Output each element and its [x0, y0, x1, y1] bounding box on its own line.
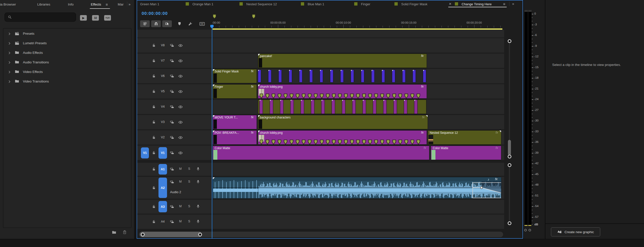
- sequence-tab-finger[interactable]: Finger: [361, 2, 370, 6]
- sequence-tab-nested-sequence-12[interactable]: Nested Sequence 12: [246, 2, 277, 6]
- clip-cut-bar[interactable]: [321, 100, 325, 114]
- horizontal-scroll-handle-left[interactable]: [141, 233, 145, 236]
- sync-lock-icon[interactable]: [170, 167, 174, 171]
- track-target-badge-v1[interactable]: V1: [158, 147, 167, 159]
- track-output-eye-icon[interactable]: [178, 44, 183, 47]
- create-new-graphic-button[interactable]: Create new graphic: [551, 227, 600, 236]
- sync-lock-icon[interactable]: [170, 105, 174, 109]
- clip-cut-bar[interactable]: [404, 100, 407, 114]
- effects-tree-item-video-effects[interactable]: Video Effects: [3, 67, 131, 76]
- timeline-clip-pov-breakfa-[interactable]: POV: BREAKFA...fx: [213, 130, 257, 145]
- track-lock-icon[interactable]: [152, 186, 156, 190]
- timeline-clip-move-your-t-[interactable]: MOVE YOUR T...fx: [213, 115, 257, 129]
- clip-fx-badge[interactable]: fx: [496, 146, 498, 150]
- sync-lock-icon[interactable]: [170, 44, 174, 48]
- clip-cut-bar[interactable]: [270, 100, 273, 114]
- timeline-clip-cut[interactable]: [423, 70, 426, 83]
- clip-fx-badge[interactable]: fx: [251, 85, 254, 88]
- effects-search-input[interactable]: [5, 13, 76, 22]
- timeline-clip-cut[interactable]: [309, 70, 313, 83]
- track-lock-icon[interactable]: [152, 44, 156, 47]
- chevron-right-icon[interactable]: [9, 71, 10, 73]
- solo-button[interactable]: S: [188, 220, 190, 223]
- timeline-clip-cut[interactable]: [268, 70, 271, 83]
- 32bit-badge[interactable]: 32: [92, 15, 99, 21]
- timeline-clip-church-lobby-png[interactable]: church lobby.pngfx: [258, 84, 427, 99]
- voiceover-mic-icon[interactable]: [196, 220, 200, 223]
- clip-fx-badge[interactable]: fx: [251, 131, 254, 134]
- chevron-right-icon[interactable]: [9, 80, 10, 83]
- track-target-badge-a3[interactable]: A3: [158, 201, 167, 212]
- voiceover-mic-icon[interactable]: [196, 204, 200, 208]
- sync-lock-icon[interactable]: [170, 136, 174, 140]
- track-lock-icon[interactable]: [152, 220, 156, 224]
- voiceover-mic-icon[interactable]: [196, 180, 200, 184]
- track-target-badge-a2[interactable]: A2: [158, 178, 167, 198]
- track-lock-icon[interactable]: [152, 90, 156, 93]
- sync-lock-icon[interactable]: [170, 59, 174, 63]
- timeline-clip-color-matte[interactable]: Color Mattefx: [213, 146, 429, 160]
- work-area-bar[interactable]: [213, 28, 502, 30]
- clip-fx-badge[interactable]: fx: [496, 131, 498, 134]
- audio-scroll-handle-bottom[interactable]: [508, 221, 511, 225]
- timeline-clip-sequence-cuts[interactable]: [258, 100, 426, 114]
- meter-channel-dot-right[interactable]: [529, 229, 531, 231]
- timeline-clip-cut[interactable]: [402, 70, 406, 83]
- new-bin-folder-icon[interactable]: [112, 231, 116, 234]
- timeline-clip-cut[interactable]: [320, 70, 323, 83]
- effects-tree-item-audio-transitions[interactable]: Audio Transitions: [3, 58, 131, 67]
- track-lock-icon[interactable]: [152, 74, 156, 78]
- mute-button[interactable]: M: [179, 180, 182, 183]
- chevron-right-icon[interactable]: [9, 32, 10, 35]
- timeline-panel-menu-icon[interactable]: ≡: [503, 2, 505, 6]
- chevron-right-icon[interactable]: [9, 52, 10, 54]
- meter-channel-dot-left[interactable]: [524, 229, 527, 231]
- sequence-tab-blue-man-1[interactable]: Blue Man 1: [308, 2, 324, 6]
- timeline-clip-finger[interactable]: Fingerfx: [213, 84, 257, 99]
- sync-lock-icon[interactable]: [170, 205, 174, 209]
- solo-button[interactable]: S: [188, 204, 190, 208]
- mute-button[interactable]: M: [179, 204, 182, 208]
- timeline-clip-cut[interactable]: [382, 70, 385, 83]
- sync-lock-icon[interactable]: [170, 90, 174, 94]
- clip-cut-bar[interactable]: [414, 100, 418, 114]
- timeline-clip-cut[interactable]: [361, 70, 364, 83]
- track-output-eye-icon[interactable]: [178, 75, 183, 78]
- snap-magnet-button[interactable]: [151, 20, 161, 27]
- timeline-clip-pancake-[interactable]: pancake!fx: [258, 54, 427, 68]
- panel-tab-mar[interactable]: Mar: [118, 3, 124, 6]
- timeline-clip-cut[interactable]: [413, 70, 416, 83]
- clip-fx-badge[interactable]: fx: [421, 131, 424, 134]
- clip-cut-bar[interactable]: [280, 100, 284, 114]
- timeline-clip-solid-finger-mask[interactable]: Solid Finger Maskfx: [213, 69, 257, 83]
- clip-cut-bar[interactable]: [373, 100, 376, 114]
- track-lock-icon[interactable]: [152, 205, 156, 209]
- track-output-eye-icon[interactable]: [178, 136, 183, 139]
- panel-tab-info[interactable]: Info: [68, 3, 74, 6]
- playhead-line[interactable]: [212, 25, 212, 238]
- clip-cut-bar[interactable]: [290, 100, 294, 114]
- clip-cut-bar[interactable]: [311, 100, 314, 114]
- chevron-right-icon[interactable]: [9, 42, 10, 45]
- linked-selection-button[interactable]: [162, 20, 172, 27]
- panel-overflow-chevron-icon[interactable]: »: [129, 2, 131, 6]
- sync-lock-icon[interactable]: [170, 74, 174, 78]
- audio-volume-fade-overlay[interactable]: [213, 177, 501, 198]
- sequence-tab-solid-finger-mask[interactable]: Solid Finger Mask: [401, 2, 427, 6]
- timeline-clip-cut[interactable]: [392, 70, 395, 83]
- timeline-clip-color-matte[interactable]: Color Mattefx: [431, 146, 501, 160]
- sequence-tab-orange-man-1[interactable]: Orange Man 1: [192, 2, 213, 6]
- clip-fx-badge[interactable]: fx: [422, 115, 425, 119]
- clip-cut-bar[interactable]: [332, 100, 335, 114]
- track-output-eye-icon[interactable]: [178, 105, 183, 108]
- panel-tab-libraries[interactable]: Libraries: [37, 3, 50, 6]
- clip-cut-bar[interactable]: [383, 100, 387, 114]
- clip-cut-bar[interactable]: [363, 100, 366, 114]
- add-marker-button[interactable]: [176, 20, 183, 27]
- audio-scroll-handle-top[interactable]: [508, 163, 511, 167]
- timeline-settings-wrench-button[interactable]: [187, 20, 193, 27]
- track-lock-icon[interactable]: [152, 105, 156, 109]
- effects-tree-item-presets[interactable]: Presets: [3, 29, 131, 38]
- track-lock-icon[interactable]: [152, 59, 156, 63]
- source-patch-badge-v1[interactable]: V1: [141, 147, 149, 158]
